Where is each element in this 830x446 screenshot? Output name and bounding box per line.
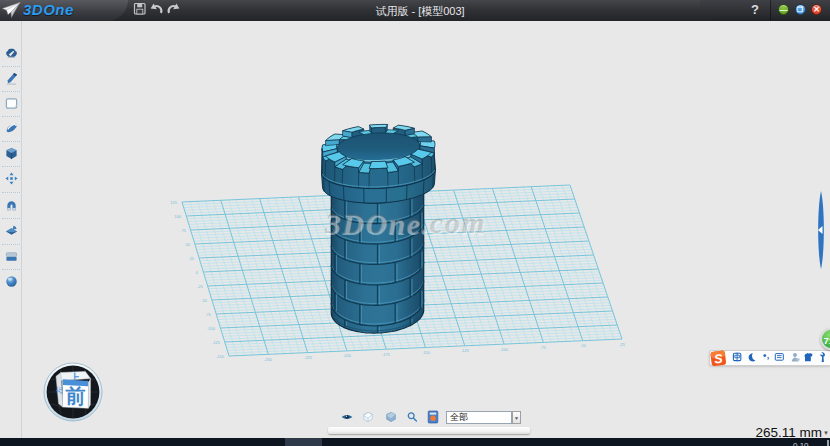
svg-text:-200: -200: [343, 353, 352, 358]
svg-text:-50: -50: [201, 298, 208, 303]
svg-text:50: 50: [186, 242, 191, 247]
svg-text:-25: -25: [619, 342, 626, 347]
svg-text:0: 0: [196, 270, 199, 275]
svg-text:-50: -50: [580, 343, 587, 348]
svg-text:左: 左: [55, 386, 65, 395]
svg-text:-125: -125: [461, 348, 470, 353]
svg-text:100: 100: [174, 214, 181, 219]
svg-text:-150: -150: [216, 354, 225, 359]
svg-text:125: 125: [170, 200, 177, 205]
svg-text:-175: -175: [382, 352, 391, 357]
svg-text:-125: -125: [212, 340, 221, 345]
svg-text:-225: -225: [304, 355, 313, 360]
svg-text:前: 前: [65, 385, 86, 407]
svg-text:25: 25: [190, 256, 195, 261]
svg-text:-75: -75: [205, 312, 212, 317]
svg-text:75: 75: [182, 228, 187, 233]
svg-text:-100: -100: [207, 326, 216, 331]
svg-text:-75: -75: [540, 345, 547, 350]
svg-text:-100: -100: [500, 347, 509, 352]
svg-text:-250: -250: [264, 357, 273, 362]
svg-text:-25: -25: [197, 284, 204, 289]
svg-text:-150: -150: [422, 350, 431, 355]
